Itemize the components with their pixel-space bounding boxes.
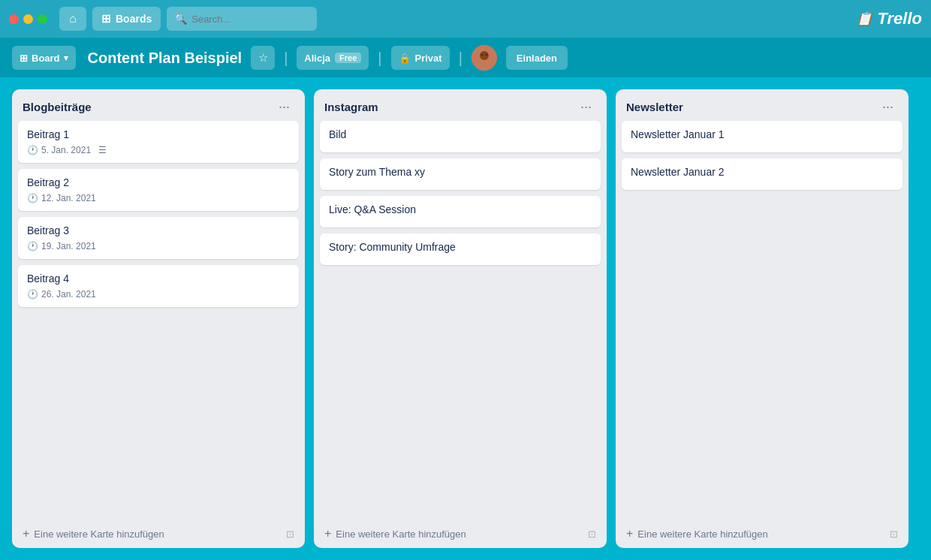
column-instagram: Instagram ··· Bild Story zum Thema xy Li…	[314, 89, 607, 548]
card-title: Story: Community Umfrage	[329, 241, 592, 253]
board-area: Blogbeiträge ··· Beitrag 1 🕐 5. Jan. 202…	[0, 77, 931, 560]
lock-icon: 🔒	[399, 53, 411, 64]
sub-header: ⊞ Board ▾ Content Plan Beispiel ☆ | Alic…	[0, 38, 931, 77]
template-icon: ⊡	[588, 528, 596, 540]
traffic-lights	[9, 14, 47, 24]
add-card-label: Eine weitere Karte hinzufügen	[34, 528, 164, 540]
close-button[interactable]	[9, 14, 19, 24]
search-input[interactable]	[191, 14, 309, 25]
card[interactable]: Live: Q&A Session	[320, 196, 601, 227]
cards-area: Newsletter Januar 1 Newsletter Januar 2	[616, 121, 908, 516]
title-bar: ⌂ ⊞ Boards 🔍 📋 Trello	[0, 0, 931, 38]
card[interactable]: Beitrag 4 🕐 26. Jan. 2021	[18, 265, 299, 307]
chevron-down-icon: ▾	[64, 53, 68, 63]
clock-icon: 🕐	[27, 145, 38, 155]
card-title: Beitrag 4	[27, 272, 290, 285]
cards-area: Beitrag 1 🕐 5. Jan. 2021 ☰ Beitrag 2 🕐 1…	[12, 121, 305, 516]
card[interactable]: Beitrag 1 🕐 5. Jan. 2021 ☰	[18, 121, 299, 163]
card-date: 🕐 19. Jan. 2021	[27, 241, 96, 251]
card-date: 🕐 26. Jan. 2021	[27, 289, 96, 300]
svg-point-4	[485, 54, 487, 56]
card[interactable]: Newsletter Januar 2	[622, 158, 902, 190]
add-card-label: Eine weitere Karte hinzufügen	[336, 528, 466, 540]
star-icon: ☆	[258, 51, 268, 65]
divider-2: |	[378, 50, 381, 67]
column-title: Instagram	[324, 101, 378, 113]
column-header: Blogbeiträge ···	[12, 89, 305, 121]
trello-icon: 📋	[856, 11, 872, 27]
home-button[interactable]: ⌂	[59, 7, 86, 31]
avatar-image	[472, 45, 497, 71]
template-icon: ⊡	[286, 528, 294, 540]
plus-icon: +	[626, 527, 633, 540]
card[interactable]: Story: Community Umfrage	[320, 233, 601, 265]
maximize-button[interactable]	[38, 14, 47, 24]
clock-icon: 🕐	[27, 193, 38, 203]
search-icon: 🔍	[174, 13, 187, 25]
home-icon: ⌂	[69, 12, 77, 26]
invite-button[interactable]: Einladen	[506, 46, 568, 70]
free-badge: Free	[335, 53, 361, 63]
card[interactable]: Beitrag 2 🕐 12. Jan. 2021	[18, 169, 299, 211]
add-card-button[interactable]: + Eine weitere Karte hinzufügen ⊡	[314, 519, 607, 548]
trello-logo: 📋 Trello	[856, 9, 922, 29]
minimize-button[interactable]	[23, 14, 33, 24]
cards-area: Bild Story zum Thema xy Live: Q&A Sessio…	[314, 121, 607, 516]
card-meta: 🕐 12. Jan. 2021	[27, 193, 290, 203]
board-view-button[interactable]: ⊞ Board ▾	[12, 46, 76, 70]
card-title: Newsletter Januar 1	[631, 128, 893, 140]
card-date: 🕐 12. Jan. 2021	[27, 193, 96, 203]
user-name: Alicja	[304, 53, 330, 64]
column-title: Newsletter	[626, 101, 683, 113]
card[interactable]: Newsletter Januar 1	[622, 121, 902, 152]
column-title: Blogbeiträge	[23, 101, 92, 113]
board-view-label: Board	[32, 53, 60, 64]
search-bar[interactable]: 🔍	[167, 7, 317, 31]
card-date: 🕐 5. Jan. 2021	[27, 145, 91, 155]
card-title: Beitrag 3	[27, 224, 290, 236]
card[interactable]: Story zum Thema xy	[320, 158, 601, 190]
column-menu-button[interactable]: ···	[878, 98, 898, 115]
add-card-label: Eine weitere Karte hinzufügen	[637, 528, 767, 540]
card[interactable]: Beitrag 3 🕐 19. Jan. 2021	[18, 217, 299, 259]
plus-icon: +	[324, 527, 331, 540]
card[interactable]: Bild	[320, 121, 601, 152]
card-meta: 🕐 26. Jan. 2021	[27, 289, 290, 300]
user-info[interactable]: Alicja Free	[297, 46, 369, 70]
boards-button[interactable]: ⊞ Boards	[92, 7, 161, 31]
divider-3: |	[459, 50, 462, 67]
boards-label: Boards	[116, 13, 152, 25]
privacy-label: Privat	[415, 53, 442, 64]
clock-icon: 🕐	[27, 289, 38, 300]
card-title: Bild	[329, 128, 592, 140]
card-title: Beitrag 2	[27, 176, 290, 188]
card-title: Beitrag 1	[27, 128, 290, 140]
avatar[interactable]	[472, 45, 497, 71]
boards-icon: ⊞	[101, 12, 111, 26]
card-title: Live: Q&A Session	[329, 203, 592, 215]
svg-point-3	[481, 54, 483, 56]
checklist-icon: ☰	[98, 145, 107, 155]
card-title: Newsletter Januar 2	[631, 166, 893, 178]
card-meta: 🕐 19. Jan. 2021	[27, 241, 290, 251]
column-menu-button[interactable]: ···	[274, 98, 294, 115]
template-icon: ⊡	[890, 528, 898, 540]
column-header: Instagram ···	[314, 89, 607, 121]
divider: |	[284, 50, 288, 67]
board-view-icon: ⊞	[20, 53, 28, 64]
star-button[interactable]: ☆	[251, 46, 275, 70]
privacy-button[interactable]: 🔒 Privat	[391, 46, 450, 70]
plus-icon: +	[23, 527, 29, 540]
column-menu-button[interactable]: ···	[576, 98, 596, 115]
add-card-button[interactable]: + Eine weitere Karte hinzufügen ⊡	[616, 519, 908, 548]
invite-label: Einladen	[517, 53, 557, 64]
board-title: Content Plan Beispiel	[88, 50, 243, 67]
column-header: Newsletter ···	[616, 89, 908, 121]
trello-wordmark: Trello	[877, 9, 922, 29]
clock-icon: 🕐	[27, 241, 38, 251]
column-blogbeitraege: Blogbeiträge ··· Beitrag 1 🕐 5. Jan. 202…	[12, 89, 305, 548]
add-card-button[interactable]: + Eine weitere Karte hinzufügen ⊡	[12, 519, 305, 548]
column-newsletter: Newsletter ··· Newsletter Januar 1 Newsl…	[616, 89, 908, 548]
card-meta: 🕐 5. Jan. 2021 ☰	[27, 145, 290, 155]
card-title: Story zum Thema xy	[329, 166, 592, 178]
